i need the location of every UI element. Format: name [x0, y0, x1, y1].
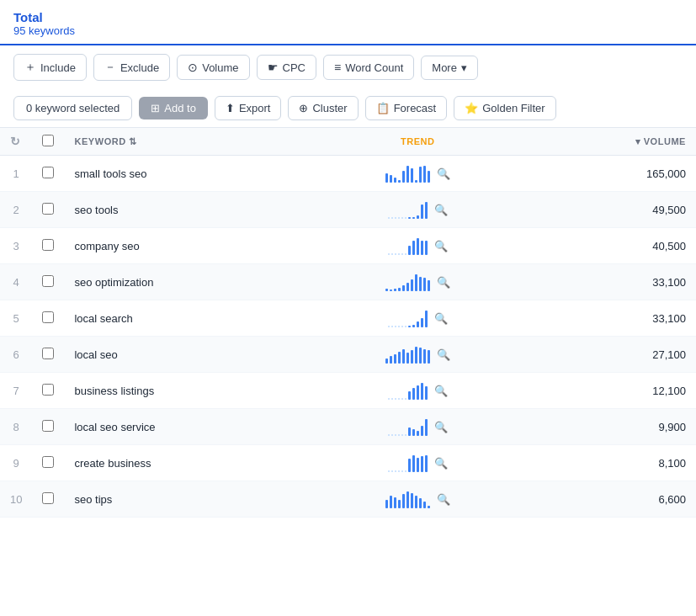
trend-bar	[395, 253, 396, 255]
keyword-col-header[interactable]: KEYWORD ⇅	[64, 128, 313, 156]
trend-search-button[interactable]: 🔍	[437, 167, 450, 180]
trend-bar	[405, 253, 406, 255]
table-row: 5local search🔍33,100	[0, 300, 696, 337]
trend-bar	[417, 321, 419, 327]
sort-icon: ⇅	[129, 136, 137, 147]
trend-bar	[385, 173, 388, 183]
forecast-icon: 📋	[376, 102, 390, 114]
trend-bar	[411, 350, 413, 364]
row-checkbox[interactable]	[42, 384, 54, 396]
trend-search-button[interactable]: 🔍	[434, 421, 448, 433]
trend-bar	[405, 434, 406, 436]
keyword-cell: local seo	[64, 337, 313, 373]
golden-filter-button[interactable]: ⭐ Golden Filter	[454, 96, 555, 120]
cpc-icon: ☛	[268, 61, 279, 74]
refresh-icon[interactable]: ↻	[10, 135, 21, 148]
trend-cell: 🔍	[313, 156, 523, 192]
trend-bar	[388, 253, 390, 255]
trend-bar	[421, 241, 423, 255]
volume-sort[interactable]: ▾ VOLUME	[635, 136, 686, 147]
trend-search-button[interactable]: 🔍	[437, 276, 450, 289]
trend-bar	[425, 386, 428, 400]
trend-search-button[interactable]: 🔍	[434, 204, 448, 216]
table-row: 3company seo🔍40,500	[0, 228, 696, 264]
row-checkbox-cell	[32, 192, 64, 228]
add-to-button[interactable]: ⊞ Add to	[139, 97, 208, 119]
row-checkbox[interactable]	[42, 275, 54, 287]
row-checkbox[interactable]	[42, 420, 54, 432]
row-checkbox[interactable]	[42, 348, 54, 359]
keyword-sort[interactable]: KEYWORD ⇅	[74, 136, 136, 147]
trend-bar	[390, 175, 392, 183]
trend-bar	[412, 455, 415, 472]
trend-bar	[411, 168, 413, 183]
trend-search-button[interactable]: 🔍	[437, 493, 450, 506]
word-count-button[interactable]: ≡ Word Count	[323, 55, 414, 80]
trend-bar	[395, 434, 396, 436]
row-checkbox[interactable]	[42, 492, 54, 504]
trend-bar	[401, 398, 403, 400]
keywords-count[interactable]: 95 keywords	[13, 24, 683, 37]
volume-button[interactable]: ⊙ Volume	[177, 55, 249, 80]
row-number: 9	[0, 445, 32, 481]
trend-bar	[395, 470, 396, 472]
row-checkbox-cell	[32, 481, 64, 518]
trend-search-button[interactable]: 🔍	[434, 312, 448, 325]
table-row: 6local seo🔍27,100	[0, 337, 696, 373]
trend-bar	[394, 178, 396, 183]
select-all-checkbox[interactable]	[42, 135, 54, 146]
forecast-button[interactable]: 📋 Forecast	[365, 96, 448, 120]
keyword-selected-button[interactable]: 0 keyword selected	[13, 96, 132, 120]
trend-bar	[405, 217, 406, 219]
trend-search-button[interactable]: 🔍	[434, 385, 448, 397]
trend-bar	[412, 217, 415, 219]
row-checkbox[interactable]	[42, 456, 54, 468]
trend-col-header: TREND	[313, 128, 523, 156]
refresh-col: ↻	[0, 128, 32, 156]
export-button[interactable]: ⬆ Export	[215, 96, 282, 120]
row-checkbox[interactable]	[42, 203, 54, 215]
row-checkbox[interactable]	[42, 311, 54, 323]
trend-bar	[406, 491, 409, 508]
trend-search-button[interactable]: 🔍	[434, 240, 448, 252]
trend-bar	[408, 326, 411, 327]
trend-cell: 🔍	[313, 373, 523, 409]
trend-bar	[401, 434, 403, 436]
trend-search-button[interactable]: 🔍	[434, 457, 448, 470]
row-checkbox-cell	[32, 373, 64, 409]
trend-bar	[391, 434, 393, 436]
trend-bar	[428, 506, 430, 508]
trend-bar	[388, 434, 390, 436]
row-checkbox-cell	[32, 337, 64, 373]
trend-bar	[408, 217, 411, 219]
row-checkbox-cell	[32, 264, 64, 300]
trend-bar	[415, 347, 417, 364]
exclude-button[interactable]: － Exclude	[93, 54, 170, 81]
row-checkbox[interactable]	[42, 239, 54, 251]
include-button[interactable]: ＋ Include	[13, 54, 87, 81]
trend-bar	[398, 398, 400, 400]
volume-col-header[interactable]: ▾ VOLUME	[522, 128, 696, 156]
volume-cell: 12,100	[522, 373, 696, 409]
trend-bar	[419, 348, 422, 364]
row-checkbox[interactable]	[42, 167, 54, 178]
trend-bar	[415, 180, 417, 183]
trend-bar	[391, 398, 393, 400]
trend-bar	[412, 241, 415, 255]
trend-bar	[412, 325, 415, 327]
trend-bar	[398, 434, 400, 436]
cluster-icon: ⊕	[299, 102, 308, 114]
trend-cell: 🔍	[313, 192, 523, 228]
trend-bar	[421, 383, 423, 400]
keyword-cell: seo tools	[64, 192, 313, 228]
trend-bar	[421, 204, 423, 219]
cluster-button[interactable]: ⊕ Cluster	[288, 96, 358, 120]
total-title: Total	[13, 10, 683, 24]
trend-search-button[interactable]: 🔍	[437, 348, 450, 361]
trend-cell: 🔍	[313, 264, 523, 300]
trend-bar	[394, 497, 396, 508]
trend-bar	[412, 388, 415, 400]
cpc-button[interactable]: ☛ CPC	[257, 55, 316, 80]
trend-bar	[395, 326, 396, 327]
more-button[interactable]: More ▾	[421, 56, 478, 80]
